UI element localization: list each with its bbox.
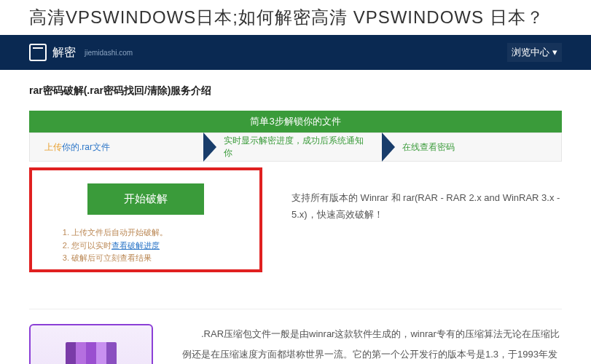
- start-crack-button[interactable]: 开始破解: [87, 183, 204, 215]
- nav-bar: 解密 jiemidashi.com 浏览中心 ▾: [0, 35, 591, 70]
- logo-icon: [29, 44, 47, 61]
- note-2: 您可以实时查看破解进度: [71, 240, 238, 253]
- upload-section: 开始破解 上传文件后自动开始破解。 您可以实时查看破解进度 破解后可立刻查看结果…: [29, 167, 562, 272]
- info-section: .RAR压缩包文件一般是由winrar这款软件生成的，winrar专有的压缩算法…: [29, 309, 562, 364]
- upload-box: 开始破解 上传文件后自动开始破解。 您可以实时查看破解进度 破解后可立刻查看结果: [29, 167, 262, 272]
- browse-center-menu[interactable]: 浏览中心 ▾: [507, 43, 562, 62]
- steps-header: 简单3步解锁你的文件: [29, 111, 562, 132]
- rar-archive-icon: [62, 342, 120, 364]
- rar-icon-box: [29, 324, 153, 364]
- step-2: 实时显示解密进度，成功后系统通知你: [209, 135, 383, 159]
- step-3: 在线查看密码: [388, 141, 561, 154]
- nav-right: 浏览中心 ▾: [507, 43, 562, 62]
- logo-subtext: jiemidashi.com: [85, 49, 133, 57]
- note-1: 上传文件后自动开始破解。: [71, 226, 238, 240]
- steps-row: 上传 你的.rar文件 实时显示解密进度，成功后系统通知你 在线查看密码: [29, 132, 562, 162]
- top-banner: 高清VPSWINDOWS日本;如何解密高清 VPSWINDOWS 日本？: [0, 0, 591, 35]
- note-3: 破解后可立刻查看结果: [71, 252, 238, 265]
- step-1: 上传 你的.rar文件: [30, 141, 203, 154]
- page-title: rar密码破解(.rar密码找回/清除)服务介绍: [29, 84, 562, 98]
- upload-description: 支持所有版本的 Winrar 和 rar(RAR - RAR 2.x and W…: [291, 167, 562, 272]
- step-1-link[interactable]: 你的.rar文件: [62, 141, 110, 154]
- info-paragraph: .RAR压缩包文件一般是由winrar这款软件生成的，winrar专有的压缩算法…: [182, 324, 562, 364]
- upload-notes: 上传文件后自动开始破解。 您可以实时查看破解进度 破解后可立刻查看结果: [54, 226, 238, 265]
- logo[interactable]: 解密 jiemidashi.com: [29, 44, 133, 61]
- main-content: rar密码破解(.rar密码找回/清除)服务介绍 简单3步解锁你的文件 上传 你…: [0, 70, 591, 364]
- banner-title: 高清VPSWINDOWS日本;如何解密高清 VPSWINDOWS 日本？: [29, 6, 562, 29]
- logo-text: 解密: [52, 45, 76, 60]
- chevron-down-icon: ▾: [552, 47, 557, 58]
- progress-link[interactable]: 查看破解进度: [111, 241, 160, 250]
